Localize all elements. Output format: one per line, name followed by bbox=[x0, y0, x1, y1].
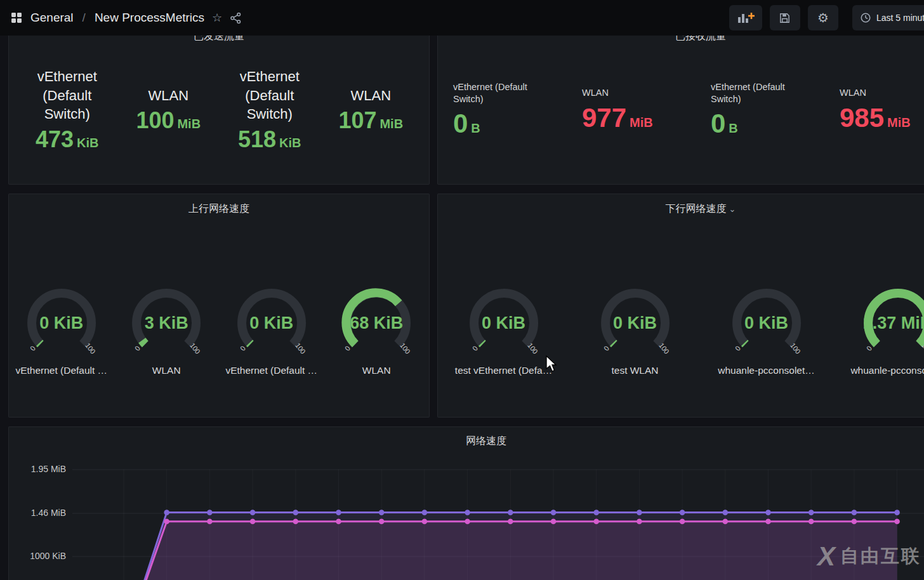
navbar-right: ⚙ Last 5 minutes bbox=[729, 5, 924, 30]
gauge-label: WLAN bbox=[152, 365, 181, 376]
time-range-label: Last 5 minutes bbox=[876, 13, 924, 23]
gauge-label: test vEthernet (Defa… bbox=[455, 365, 552, 376]
upload-gauge-row: 0100 0 KiB vEthernet (Default … 0100 3 K… bbox=[9, 281, 429, 376]
panel-upload-speed: 上行网络速度 0100 0 KiB vEthernet (Default … 0… bbox=[8, 194, 430, 418]
navbar: General / New ProcessMetrics ☆ bbox=[0, 0, 924, 36]
sent-stat-grid: vEthernet (Default Switch) 473KiB WLAN 1… bbox=[9, 36, 429, 184]
gauge-label: WLAN bbox=[362, 365, 391, 376]
gauge: 0100 68 KiB WLAN bbox=[332, 281, 421, 376]
clock-icon bbox=[860, 12, 871, 23]
star-icon[interactable]: ☆ bbox=[212, 12, 222, 23]
gear-icon: ⚙ bbox=[817, 10, 829, 25]
gauge-label: whuanle-pcconsolet… bbox=[718, 365, 815, 376]
stat-cell: WLAN 977MiB bbox=[577, 36, 706, 184]
gauge-value: 0 KiB bbox=[438, 313, 570, 333]
stat-label: vEthernet (Default Switch) bbox=[453, 81, 548, 105]
svg-text:0: 0 bbox=[29, 345, 37, 352]
gauge-label: whuanle-pcconsole… bbox=[850, 365, 924, 376]
save-dashboard-button[interactable] bbox=[770, 5, 800, 30]
stat-cell: WLAN 985MiB bbox=[835, 36, 924, 184]
gauge-value: 0 KiB bbox=[569, 313, 701, 333]
stat-label: vEthernet (Default Switch) bbox=[224, 67, 315, 124]
network-speed-chart[interactable] bbox=[9, 427, 924, 580]
panel-sent-traffic: 已发送流量 vEthernet (Default Switch) 473KiB … bbox=[8, 23, 430, 185]
stat-value: 518KiB bbox=[224, 126, 315, 153]
y-axis-tick: 1.46 MiB bbox=[15, 508, 66, 518]
breadcrumb-section[interactable]: General bbox=[30, 11, 74, 25]
stat-cell: vEthernet (Default Switch) 0B bbox=[706, 36, 835, 184]
gauge-label: vEthernet (Default … bbox=[225, 365, 317, 376]
navbar-left: General / New ProcessMetrics ☆ bbox=[10, 11, 242, 25]
svg-text:0: 0 bbox=[602, 345, 610, 352]
svg-text:0: 0 bbox=[343, 345, 352, 352]
stat-cell: WLAN 100MiB bbox=[118, 36, 220, 184]
stat-label: WLAN bbox=[840, 87, 924, 99]
stat-label: WLAN bbox=[123, 86, 214, 105]
stat-label: WLAN bbox=[326, 86, 417, 105]
gauge: 0100 0 KiB test vEthernet (Defa… bbox=[459, 281, 548, 376]
gauge-value: 0 KiB bbox=[701, 313, 833, 333]
breadcrumb-title[interactable]: New ProcessMetrics bbox=[95, 11, 204, 25]
gauge: 0100 0 KiB vEthernet (Default … bbox=[17, 281, 106, 376]
panel-title-upload[interactable]: 上行网络速度 bbox=[9, 202, 429, 216]
svg-text:0: 0 bbox=[133, 345, 142, 352]
gauge: 0100 1.37 MiB whuanle-pcconsole… bbox=[854, 281, 924, 376]
stat-cell: WLAN 107MiB bbox=[320, 36, 422, 184]
breadcrumb-separator: / bbox=[82, 11, 86, 25]
y-axis-tick: 1000 KiB bbox=[15, 551, 66, 561]
gauge: 0100 0 KiB test WLAN bbox=[591, 281, 680, 376]
gauge-value: 1.37 MiB bbox=[832, 313, 924, 333]
stat-value: 473KiB bbox=[22, 126, 113, 153]
stat-label: vEthernet (Default Switch) bbox=[711, 81, 806, 105]
stat-value: 100MiB bbox=[123, 107, 214, 134]
share-icon[interactable] bbox=[230, 12, 242, 24]
gauge-label: vEthernet (Default … bbox=[15, 365, 107, 376]
save-icon bbox=[779, 12, 791, 24]
stat-value: 0B bbox=[711, 109, 829, 139]
add-panel-icon bbox=[737, 11, 755, 24]
received-stat-grid: vEthernet (Default Switch) 0B WLAN 977Mi… bbox=[438, 36, 924, 184]
panel-download-speed: 下行网络速度⌄ 0100 0 KiB test vEthernet (Defa…… bbox=[437, 194, 924, 418]
gauge-label: test WLAN bbox=[611, 365, 658, 376]
svg-text:0: 0 bbox=[239, 345, 247, 352]
panel-title-network[interactable]: 网络速度 bbox=[9, 435, 924, 448]
add-panel-button[interactable] bbox=[729, 5, 762, 30]
gauge: 0100 0 KiB vEthernet (Default … bbox=[227, 281, 316, 376]
stat-value: 0B bbox=[453, 109, 572, 139]
stat-value: 107MiB bbox=[326, 107, 417, 134]
dashboard-settings-button[interactable]: ⚙ bbox=[808, 5, 838, 30]
panel-title-download[interactable]: 下行网络速度⌄ bbox=[438, 202, 924, 216]
svg-text:0: 0 bbox=[733, 345, 741, 352]
panel-received-traffic: 已接收流量 vEthernet (Default Switch) 0B WLAN… bbox=[437, 23, 924, 185]
panel-network-speed: 网络速度 1.95 MiB 1.46 MiB 1000 KiB bbox=[8, 426, 924, 580]
stat-cell: vEthernet (Default Switch) 473KiB bbox=[16, 36, 118, 184]
svg-text:0: 0 bbox=[470, 345, 478, 352]
stat-cell: vEthernet (Default Switch) 0B bbox=[448, 36, 577, 184]
gauge: 0100 0 KiB whuanle-pcconsolet… bbox=[722, 281, 811, 376]
apps-grid-icon[interactable] bbox=[10, 11, 23, 24]
stat-label: vEthernet (Default Switch) bbox=[22, 67, 113, 124]
stat-value: 977MiB bbox=[582, 103, 701, 133]
svg-text:0: 0 bbox=[864, 345, 873, 352]
stat-value: 985MiB bbox=[840, 103, 924, 133]
stat-label: WLAN bbox=[582, 87, 677, 99]
stat-cell: vEthernet (Default Switch) 518KiB bbox=[219, 36, 320, 184]
y-axis-tick: 1.95 MiB bbox=[15, 464, 66, 474]
chevron-down-icon[interactable]: ⌄ bbox=[729, 204, 736, 214]
gauge: 0100 3 KiB WLAN bbox=[122, 281, 211, 376]
download-gauge-row: 0100 0 KiB test vEthernet (Defa… 0100 0 … bbox=[438, 281, 924, 376]
gauge-value: 68 KiB bbox=[310, 313, 442, 333]
time-range-button[interactable]: Last 5 minutes bbox=[852, 5, 924, 30]
